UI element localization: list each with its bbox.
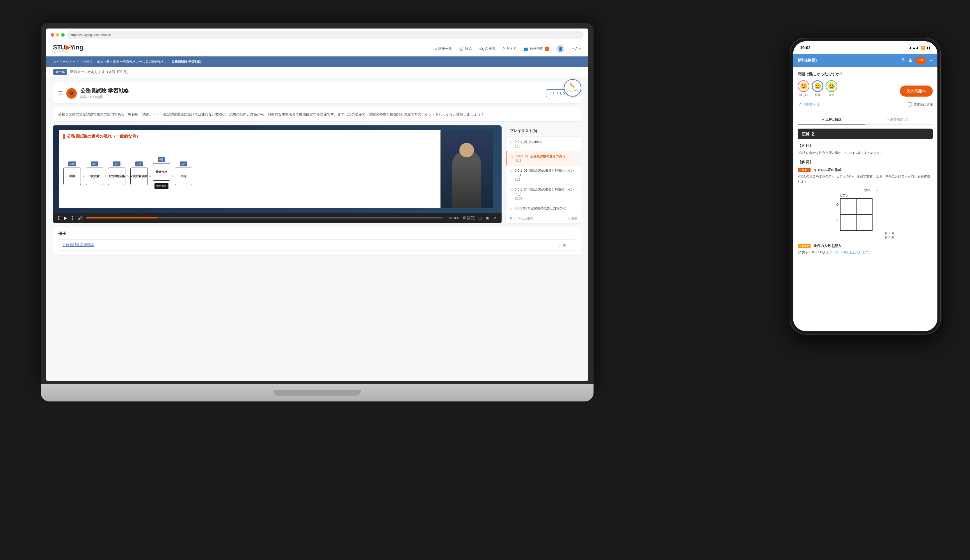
normal-face-icon: 😐 (812, 80, 823, 92)
playlist-item-3[interactable]: ▷ 0-0-1_03_筆記試験の概要と対策のポイント_1 7:25 (506, 165, 581, 185)
play-button[interactable]: ▶ (63, 215, 68, 221)
mail-text: 新着メールがあります（未読 109 件） (70, 70, 130, 75)
flow-month-2: 5月 (91, 162, 98, 167)
explanation-section: 【解 説】 STEP1 キャロル表の作成 200人の集合を水泳のO×、ピアノのO… (798, 160, 933, 255)
carroll-cell-11 (840, 198, 856, 214)
playlist-item-duration-4: 12:36 (515, 197, 577, 200)
mail-notification-bar: メール 新着メールがあります（未読 109 件） (46, 67, 588, 77)
rewind-button[interactable]: ⟪ (57, 215, 60, 221)
nav-ai-search[interactable]: 🔍 AI検索 (479, 46, 495, 51)
flow-month-3: 6月 (113, 162, 120, 167)
browser-dot-minimize[interactable] (56, 33, 59, 37)
playlist-item-duration-3: 7:25 (515, 178, 577, 181)
booklet-copy-icon[interactable]: ⊡ (557, 243, 561, 247)
playlist-item-2[interactable]: ▷ 0-0-1_02_公務員試験の選考の流れ 8:18 (506, 151, 581, 165)
flow-item-6: 9月 内定 (175, 162, 192, 185)
cant-play-link[interactable]: 再生できない場合 (510, 217, 533, 221)
fast-forward-button[interactable]: ⟫ (71, 215, 74, 221)
nav-guide[interactable]: ? ガイド (502, 46, 517, 51)
breadcrumb-item-1[interactable]: マイページトップ (53, 60, 78, 64)
battery-icon: ▮▮ (927, 46, 930, 50)
progress-bar[interactable] (86, 217, 443, 218)
menu-icon-btn[interactable]: ☰ (58, 90, 63, 97)
understanding-help-icon: ？ (798, 102, 802, 107)
mynote-button[interactable]: ✏️ マイノート (564, 79, 581, 97)
video-presenter (440, 130, 493, 208)
phone-plus-icon[interactable]: + (929, 57, 933, 64)
difficulty-normal[interactable]: 😐 普通 (812, 80, 823, 97)
lectures-icon: ≡ (435, 47, 437, 51)
playlist-item-4[interactable]: ▷ 0-0-1_04_筆記試験の概要と対策のポイント_2 12:36 (506, 185, 581, 203)
search-icon: 🔍 (479, 47, 484, 51)
update-button[interactable]: ↻ 更新 (568, 217, 577, 221)
laptop-body (41, 384, 593, 402)
hard-face-icon: 😟 (798, 80, 809, 92)
flow-arrow-2: › (105, 174, 107, 178)
playlist-item-1[interactable]: ▷ 0-0-1_01_Contents 1:13 (506, 137, 581, 151)
difficulty-answer-row: 😟 難しい 😐 普通 😊 簡単 次の問題へ (798, 80, 933, 102)
breadcrumb-item-4: 公務員試験 学習戦略 (172, 60, 201, 64)
breadcrumb-item-3[interactable]: 地方上級・国家一般職合格コース [2025年合格… (97, 60, 167, 64)
answer-value: 2 (812, 131, 815, 137)
nav-study-friends[interactable]: 👥 勉強仲間 ● (523, 46, 549, 51)
theater-button[interactable]: ⊡ (478, 215, 482, 221)
header-nav: ≡ 講座一覧 🛒 購入 🔍 AI検索 ? ガイド (435, 45, 581, 53)
play-icon-4: ▷ (510, 188, 512, 192)
booklet-more-icon[interactable]: ··· (568, 243, 572, 247)
nav-username[interactable]: さん∨ (572, 46, 581, 51)
flow-arrow-3: › (127, 174, 128, 178)
carroll-grid-area: O × ピアノ (836, 193, 894, 231)
play-icon-1: ▷ (510, 140, 512, 144)
phone-grid-icon[interactable]: ⊞ (908, 57, 912, 64)
playlist-item-content-1: 0-0-1_01_Contents 1:13 (515, 140, 577, 148)
booklet-external-icon[interactable]: ⊞ (563, 243, 566, 247)
signal-icon: ▲▲▲ (908, 46, 919, 50)
phone-app-title: 解説(練習) (798, 58, 899, 63)
playlist-item-5[interactable]: ▷ 0-0-1 05 筆記試験の概要と対策のポ... (506, 203, 581, 214)
phone-app-header: 解説(練習) ↻ ⊞ 60% + (793, 54, 937, 67)
policy-section: 【方 針】 200人の集合を性別と習い事からキャロル表にまとめます。 (798, 143, 933, 156)
nav-lectures[interactable]: ≡ 講座一覧 (435, 46, 452, 51)
flow-arrow-5: › (172, 174, 173, 178)
booklet-item: 公務員試験学習戦略 ⊡ ⊞ ··· (58, 239, 576, 251)
playlist-item-duration-2: 8:18 (515, 159, 577, 162)
difficulty-easy[interactable]: 😊 簡単 (826, 80, 837, 97)
tab-correct-answer[interactable]: ∧ 正解と解説 (798, 115, 865, 125)
nav-purchase[interactable]: 🛒 購入 (459, 46, 472, 51)
phone-device: 19:02 ▲▲▲ 🛜 ▮▮ 解説(練習) ↻ ⊞ 60% + (790, 38, 941, 335)
next-problem-button[interactable]: 次の問題へ (900, 85, 933, 97)
purchase-icon: 🛒 (459, 47, 464, 51)
video-slide: 公務員試験の選考の流れ（一般的な例） 3月 出願 › 5月 (59, 130, 443, 208)
breadcrumb-sep-2: › (94, 60, 95, 63)
step2-link[interactable]: 女子＝外＝88人も記入します。 (826, 250, 872, 254)
browser-dot-close[interactable] (51, 33, 54, 37)
mail-badge: メール (53, 69, 67, 75)
pip-button[interactable]: ⊞ (485, 215, 490, 221)
normal-label: 普通 (815, 93, 820, 97)
review-checkbox[interactable] (908, 102, 912, 107)
browser-url-bar[interactable]: https://studying.jp/koumuuin/ (67, 31, 583, 39)
playlist-items: ▷ 0-0-1_01_Contents 1:13 ▷ 0-0- (506, 137, 581, 214)
flow-item-4: 7月 2次試験以降 (130, 162, 148, 185)
volume-button[interactable]: 🔊 (77, 215, 83, 221)
settings-icon[interactable]: ⚙ 設定 (463, 215, 475, 220)
video-player[interactable]: 公務員試験の選考の流れ（一般的な例） 3月 出願 › 5月 (53, 125, 502, 223)
booklet-actions: ⊡ ⊞ ··· (557, 243, 572, 247)
difficulty-hard[interactable]: 😟 難しい (798, 80, 809, 97)
nav-lectures-label: 講座一覧 (438, 46, 452, 51)
tab-answer-history[interactable]: ∨ 解答履歴（1） (865, 115, 933, 125)
fullscreen-button[interactable]: ⤢ (493, 215, 498, 221)
carroll-cell-21 (840, 214, 856, 230)
nav-user[interactable]: 👤 (556, 45, 565, 53)
phone-status-bar: 19:02 ▲▲▲ 🛜 ▮▮ (793, 41, 937, 54)
phone-reload-icon[interactable]: ↻ (902, 57, 906, 64)
video-controls: ⟪ ▶ ⟫ 🔊 1:34 / 8:17 ⚙ 設定 ⊡ ⊞ (53, 213, 502, 223)
course-title: 公務員試験 学習戦略 (80, 87, 543, 94)
nav-guide-label: ガイド (506, 46, 517, 51)
step2-text: ア 男子＝内＝112人女子＝外＝88人も記入します。 (798, 250, 933, 255)
laptop-screen: https://studying.jp/koumuuin/ STU▶Ying マ… (46, 28, 588, 381)
booklet-link[interactable]: 公務員試験学習戦略 (63, 243, 555, 248)
breadcrumb-item-2[interactable]: 公務員 (83, 60, 93, 64)
policy-text: 200人の集合を性別と習い事からキャロル表にまとめます。 (798, 150, 933, 156)
browser-dot-maximize[interactable] (61, 33, 65, 37)
